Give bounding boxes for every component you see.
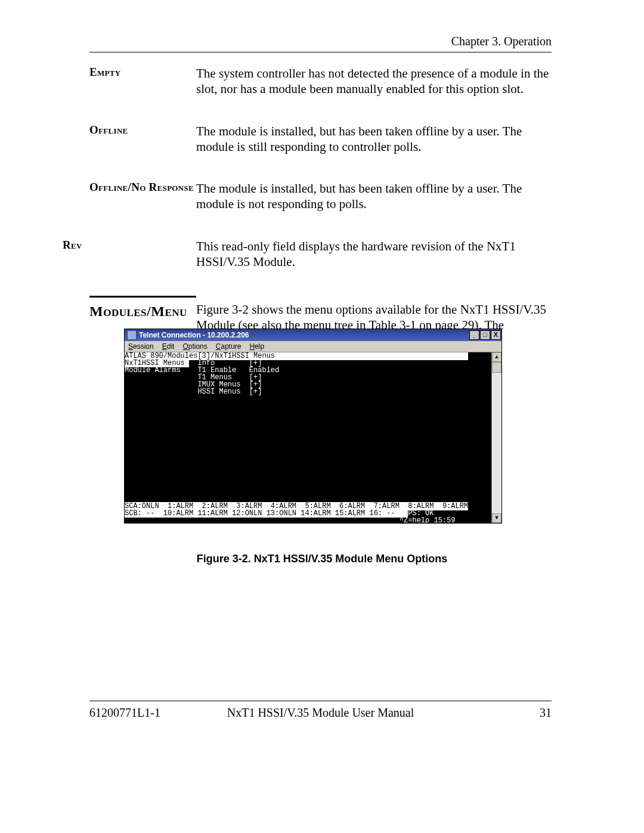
figure-caption: Figure 3-2. NxT1 HSSI/V.35 Module Menu O… [0,553,644,565]
scroll-thumb[interactable] [492,362,501,373]
minimize-button[interactable]: _ [469,330,479,340]
app-icon [127,330,137,340]
window-title: Telnet Connection - 10.200.2.206 [139,331,469,339]
page-header: Chapter 3. Operation [89,35,552,52]
maximize-button[interactable]: □ [480,330,490,340]
scroll-track[interactable] [492,373,501,513]
close-button[interactable]: X [491,330,501,340]
window-titlebar[interactable]: Telnet Connection - 10.200.2.206 _ □ X [125,329,501,341]
scrollbar[interactable]: ▲ ▼ [491,352,501,523]
menu-bar[interactable]: SessionEditOptionsCaptureHelp [125,341,501,352]
page-footer: 61200771L1-1 NxT1 HSSI/V.35 Module User … [89,701,552,720]
definition-label: Offline/No Response [89,181,196,194]
definition-text: The module is installed, but has been ta… [196,181,552,212]
definition-row: OfflineThe module is installed, but has … [89,123,552,155]
scroll-down-button[interactable]: ▼ [492,513,501,523]
telnet-window: Telnet Connection - 10.200.2.206 _ □ X S… [124,329,502,524]
footer-doc-id: 61200771L1-1 [89,706,160,720]
terminal[interactable]: ATLAS 890/Modules[3]/NxT1HSSI Menus NxT1… [125,352,491,523]
definition-row: RevThis read-only field displays the har… [89,239,552,270]
menu-item[interactable]: Help [249,342,264,351]
definition-label: Offline [89,123,196,137]
definition-label: Rev [63,239,196,252]
definition-text: The system controller has not detected t… [196,66,552,97]
definition-row: Offline/No ResponseThe module is install… [89,181,552,212]
definition-text: The module is installed, but has been ta… [196,123,552,155]
terminal-wrap: ATLAS 890/Modules[3]/NxT1HSSI Menus NxT1… [125,352,501,523]
menu-item[interactable]: Edit [162,342,175,351]
scroll-up-button[interactable]: ▲ [492,352,501,362]
chapter-title: Chapter 3. Operation [451,35,552,48]
definitions-block: EmptyThe system controller has not detec… [89,66,552,349]
menu-item[interactable]: Capture [216,342,242,351]
window-buttons: _ □ X [469,329,501,341]
footer-page-num: 31 [540,706,552,720]
definition-row: EmptyThe system controller has not detec… [89,66,552,97]
section-heading: Modules/Menu [89,304,196,320]
menu-item[interactable]: Options [182,342,207,351]
definition-text: This read-only field displays the hardwa… [196,239,552,270]
definition-label: Empty [89,66,196,79]
menu-item[interactable]: Session [128,342,154,351]
